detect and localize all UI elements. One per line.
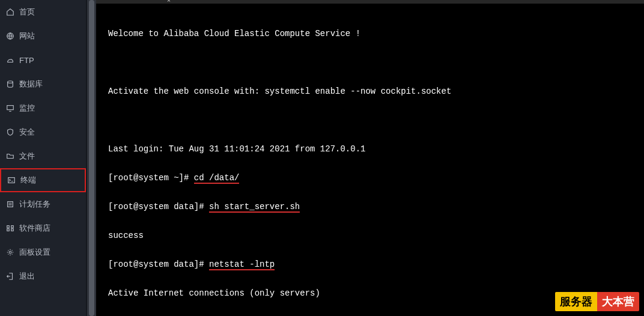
- prompt-text: [root@system data]#: [108, 202, 209, 211]
- sidebar-item-task[interactable]: 计划任务: [0, 192, 86, 216]
- sidebar-item-label: 终端: [20, 175, 36, 186]
- ftp-icon: [6, 56, 14, 64]
- prompt-cd-line: [root@system ~]# cd /data/: [108, 173, 632, 183]
- svg-rect-5: [7, 226, 10, 228]
- sidebar-item-ftp[interactable]: FTP: [0, 48, 86, 72]
- cmd-sh: sh start_server.sh: [209, 202, 300, 213]
- cmd-netstat: netstat -lntp: [209, 260, 275, 270]
- cmd-cd: cd /data/: [194, 173, 240, 184]
- sidebar-item-label: 网站: [19, 31, 35, 41]
- terminal-panel[interactable]: × Welcome to Alibaba Cloud Elastic Compu…: [96, 0, 644, 316]
- last-login-line: Last login: Tue Aug 31 11:01:24 2021 fro…: [108, 144, 632, 154]
- sidebar-item-label: 面板设置: [19, 247, 50, 258]
- monitor-icon: [6, 104, 14, 112]
- terminal-output: Welcome to Alibaba Cloud Elastic Compute…: [96, 4, 644, 316]
- sidebar-item-monitor[interactable]: 监控: [0, 96, 86, 120]
- sidebar-item-store[interactable]: 软件商店: [0, 216, 86, 240]
- sidebar-item-globe[interactable]: 网站: [0, 24, 86, 48]
- db-icon: [6, 80, 14, 88]
- terminal-icon: [7, 176, 16, 184]
- sidebar-item-label: 计划任务: [19, 199, 50, 210]
- sidebar-item-folder[interactable]: 文件: [0, 144, 86, 168]
- svg-rect-7: [7, 229, 10, 231]
- activate-line: Activate the web console with: systemctl…: [108, 87, 632, 96]
- prompt-netstat-line: [root@system data]# netstat -lntp: [108, 260, 632, 269]
- scrollbar-thumb[interactable]: [89, 0, 94, 316]
- sidebar-item-db[interactable]: 数据库: [0, 72, 86, 96]
- svg-rect-3: [8, 178, 15, 183]
- prompt-sh-line: [root@system data]# sh start_server.sh: [108, 202, 632, 211]
- shield-icon: [6, 128, 14, 136]
- globe-icon: [6, 32, 14, 40]
- sidebar-item-home[interactable]: 首页: [0, 0, 86, 24]
- tab-close-icon[interactable]: ×: [167, 0, 171, 4]
- sidebar: 首页网站FTP数据库监控安全文件终端计划任务软件商店面板设置退出: [0, 0, 87, 316]
- sidebar-item-settings[interactable]: 面板设置: [0, 240, 86, 264]
- sidebar-item-label: 文件: [19, 151, 35, 162]
- svg-rect-8: [11, 229, 14, 231]
- sidebar-item-label: 首页: [19, 7, 35, 17]
- success-line: success: [108, 231, 632, 240]
- prompt-text: [root@system data]#: [108, 260, 209, 269]
- sidebar-item-label: 软件商店: [19, 223, 50, 234]
- sidebar-scrollbar[interactable]: [87, 0, 96, 316]
- svg-point-1: [8, 81, 13, 84]
- terminal-tab-bar: ×: [96, 0, 644, 4]
- sidebar-item-logout[interactable]: 退出: [0, 264, 86, 288]
- sidebar-item-label: 监控: [19, 103, 35, 114]
- svg-rect-4: [8, 202, 13, 207]
- sidebar-item-label: 退出: [19, 271, 35, 282]
- watermark-badge: 服务器 大本营: [555, 292, 639, 311]
- blank-line: [108, 115, 632, 125]
- svg-rect-6: [11, 226, 14, 228]
- watermark-right: 大本营: [597, 292, 639, 311]
- settings-icon: [6, 248, 14, 257]
- sidebar-item-label: 数据库: [19, 79, 43, 90]
- welcome-line: Welcome to Alibaba Cloud Elastic Compute…: [108, 29, 632, 38]
- active-conn-line: Active Internet connections (only server…: [108, 288, 632, 298]
- store-icon: [6, 224, 14, 232]
- sidebar-item-label: 安全: [19, 127, 35, 138]
- svg-point-9: [9, 251, 11, 254]
- sidebar-item-label: FTP: [19, 56, 34, 65]
- folder-icon: [6, 152, 14, 160]
- blank-line: [108, 58, 632, 67]
- watermark-left: 服务器: [555, 292, 597, 311]
- task-icon: [6, 200, 14, 208]
- svg-rect-2: [7, 106, 14, 110]
- prompt-text: [root@system ~]#: [108, 173, 194, 183]
- home-icon: [6, 8, 14, 16]
- logout-icon: [6, 272, 14, 281]
- sidebar-item-terminal[interactable]: 终端: [0, 168, 86, 192]
- sidebar-item-shield[interactable]: 安全: [0, 120, 86, 144]
